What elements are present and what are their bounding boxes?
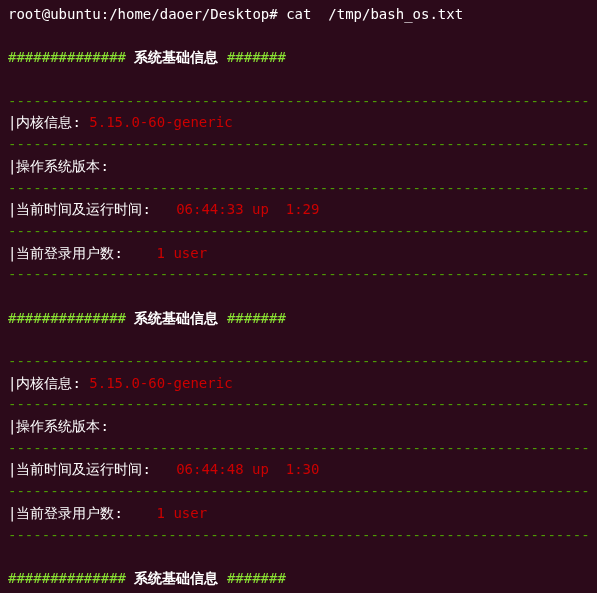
blank-line — [8, 329, 589, 351]
hash-prefix: ############## — [8, 310, 126, 326]
divider-line: ----------------------------------------… — [8, 221, 589, 243]
prompt-user-host-path: root@ubuntu:/home/daoer/Desktop# — [8, 6, 278, 22]
section-title: 系统基础信息 — [126, 310, 227, 326]
users-label: |当前登录用户数: — [8, 505, 157, 521]
os-label: |操作系统版本: — [8, 418, 109, 434]
time-value: 06:44:33 up 1:29 — [176, 201, 319, 217]
blank-line — [8, 26, 589, 48]
divider-line: ----------------------------------------… — [8, 481, 589, 503]
section-header: ############## 系统基础信息 ####### — [8, 308, 589, 330]
divider-line: ----------------------------------------… — [8, 351, 589, 373]
divider-line: ----------------------------------------… — [8, 134, 589, 156]
hash-suffix: ####### — [227, 570, 286, 586]
divider-line: ----------------------------------------… — [8, 394, 589, 416]
kernel-info-row: |内核信息: 5.15.0-60-generic — [8, 112, 589, 134]
hash-suffix: ####### — [227, 49, 286, 65]
kernel-value: 5.15.0-60-generic — [89, 375, 232, 391]
blank-line — [8, 69, 589, 91]
os-version-row: |操作系统版本: — [8, 416, 589, 438]
users-row: |当前登录用户数: 1 user — [8, 243, 589, 265]
section-header: ############## 系统基础信息 ####### — [8, 568, 589, 590]
users-row: |当前登录用户数: 1 user — [8, 503, 589, 525]
os-version-row: |操作系统版本: — [8, 156, 589, 178]
kernel-label: |内核信息: — [8, 375, 89, 391]
users-value: 1 user — [157, 245, 208, 261]
kernel-label: |内核信息: — [8, 114, 89, 130]
time-value: 06:44:48 up 1:30 — [176, 461, 319, 477]
kernel-info-row: |内核信息: 5.15.0-60-generic — [8, 373, 589, 395]
blank-line — [8, 590, 589, 593]
time-row: |当前时间及运行时间: 06:44:48 up 1:30 — [8, 459, 589, 481]
blank-line — [8, 546, 589, 568]
hash-prefix: ############## — [8, 570, 126, 586]
kernel-value: 5.15.0-60-generic — [89, 114, 232, 130]
time-label: |当前时间及运行时间: — [8, 201, 176, 217]
section-header: ############## 系统基础信息 ####### — [8, 47, 589, 69]
divider-line: ----------------------------------------… — [8, 525, 589, 547]
time-row: |当前时间及运行时间: 06:44:33 up 1:29 — [8, 199, 589, 221]
divider-line: ----------------------------------------… — [8, 264, 589, 286]
section-title: 系统基础信息 — [126, 570, 227, 586]
divider-line: ----------------------------------------… — [8, 438, 589, 460]
users-label: |当前登录用户数: — [8, 245, 157, 261]
prompt-command: cat /tmp/bash_os.txt — [286, 6, 463, 22]
divider-line: ----------------------------------------… — [8, 178, 589, 200]
os-label: |操作系统版本: — [8, 158, 109, 174]
hash-prefix: ############## — [8, 49, 126, 65]
terminal-prompt-line[interactable]: root@ubuntu:/home/daoer/Desktop# cat /tm… — [8, 4, 589, 26]
users-value: 1 user — [157, 505, 208, 521]
divider-line: ----------------------------------------… — [8, 91, 589, 113]
hash-suffix: ####### — [227, 310, 286, 326]
blank-line — [8, 286, 589, 308]
section-title: 系统基础信息 — [126, 49, 227, 65]
time-label: |当前时间及运行时间: — [8, 461, 176, 477]
